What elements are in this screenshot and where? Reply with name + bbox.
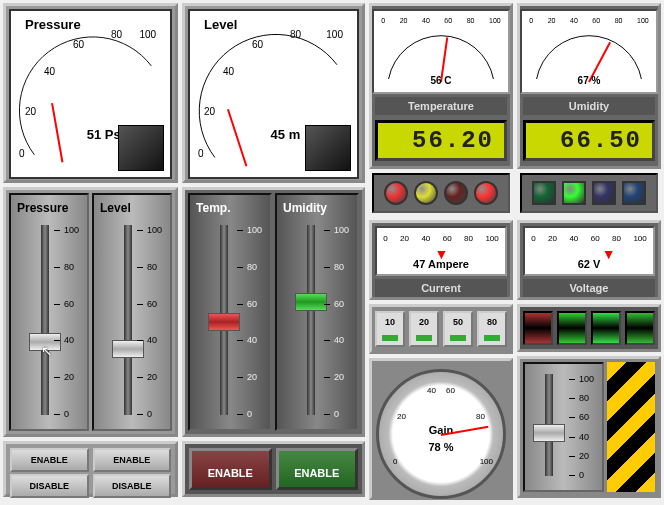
pressure-gauge: Pressure 0 20 40 60 80 100 51 Psi	[9, 9, 172, 179]
sqled-4	[622, 181, 646, 205]
current-label: Current	[375, 279, 507, 297]
square-leds	[520, 173, 658, 213]
temp-slider[interactable]: Temp. 100806040200	[188, 193, 272, 431]
led-yellow	[414, 181, 438, 205]
level-gauge: Level 0 20 40 60 80 100 45 m	[188, 9, 359, 179]
voltage-meter: 020406080100 ▼ 62 V	[523, 226, 655, 276]
led-red	[384, 181, 408, 205]
switch-50[interactable]: 50	[443, 311, 473, 347]
current-meter: 020406080100 ▼ 47 Ampere	[375, 226, 507, 276]
temperature-gauge: 56 C 020406080100	[372, 9, 510, 94]
round-leds	[372, 173, 510, 213]
hazard-stripe	[607, 362, 655, 492]
voltage-label: Voltage	[523, 279, 655, 297]
level-disable-button[interactable]: DISABLE	[93, 474, 172, 498]
sqled-3	[592, 181, 616, 205]
temperature-lcd: 56.20	[375, 120, 507, 161]
pressure-enable-button[interactable]: ENABLE	[10, 448, 89, 472]
umidity-enable-button[interactable]: ENABLE	[276, 448, 358, 490]
pressure-slider[interactable]: Pressure ↖ 100806040200	[9, 193, 89, 431]
rocker-3[interactable]	[591, 311, 621, 345]
led-red2	[474, 181, 498, 205]
gain-gauge: Gain 78 % 0 20 40 60 80 100	[376, 369, 506, 499]
pressure-disable-button[interactable]: DISABLE	[10, 474, 89, 498]
umidity-label: Umidity	[523, 97, 655, 115]
led-darkred	[444, 181, 468, 205]
rocker-4[interactable]	[625, 311, 655, 345]
switch-20[interactable]: 20	[409, 311, 439, 347]
level-enable-button[interactable]: ENABLE	[93, 448, 172, 472]
level-slider[interactable]: Level 100806040200	[92, 193, 172, 431]
temperature-label: Temperature	[375, 97, 507, 115]
umidity-gauge: 67 % 020406080100	[520, 9, 658, 94]
level-gauge-value: 45 m	[271, 127, 301, 142]
sqled-2	[562, 181, 586, 205]
gain-slider[interactable]: 100806040200	[523, 362, 604, 492]
umidity-slider[interactable]: Umidity 100806040200	[275, 193, 359, 431]
rocker-2[interactable]	[557, 311, 587, 345]
temp-enable-button[interactable]: ENABLE	[189, 448, 271, 490]
switch-80[interactable]: 80	[477, 311, 507, 347]
sqled-1	[532, 181, 556, 205]
switch-10[interactable]: 10	[375, 311, 405, 347]
rocker-1[interactable]	[523, 311, 553, 345]
umidity-lcd: 66.50	[523, 120, 655, 161]
